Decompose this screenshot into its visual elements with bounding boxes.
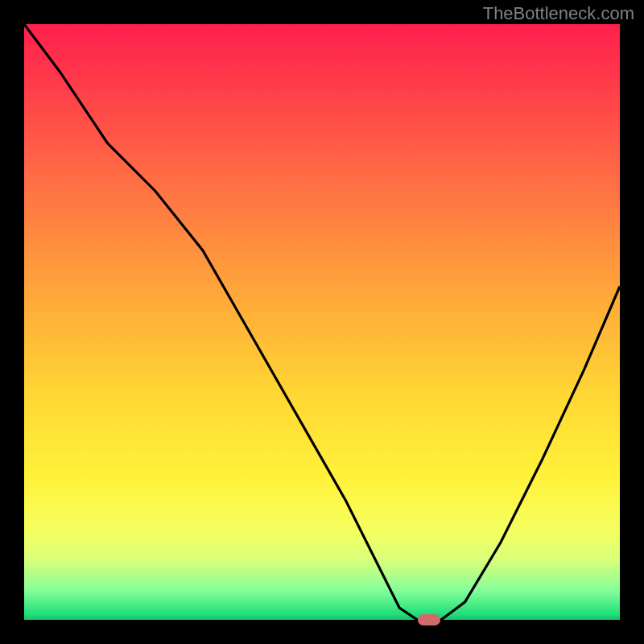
- curve-path: [24, 24, 620, 620]
- watermark-text: TheBottleneck.com: [483, 3, 634, 24]
- optimum-marker: [418, 614, 440, 625]
- chart-frame: TheBottleneck.com: [0, 0, 644, 644]
- bottleneck-curve: [24, 24, 620, 620]
- plot-area: [24, 24, 620, 620]
